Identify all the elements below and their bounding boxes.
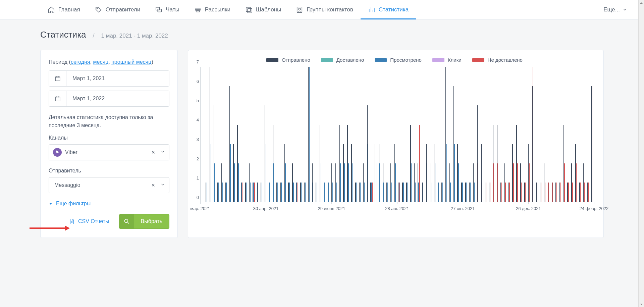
bar [533,67,533,202]
nav-contact-groups[interactable]: Группы контактов [288,0,361,19]
legend-item[interactable]: Просмотрено [375,57,421,63]
home-icon [48,6,55,13]
bar [262,183,262,202]
x-label: 30 апр. 2021 [253,206,279,211]
bar [222,183,223,202]
nav-home[interactable]: Главная [40,0,88,19]
nav-label: Главная [58,6,80,13]
channel-select[interactable]: Viber × [49,144,169,160]
bar [419,125,420,202]
bar [277,183,278,202]
chart-card: ОтправленоДоставленоПросмотреноКликиНе д… [188,50,604,238]
bar [289,183,290,202]
bar [462,183,463,202]
bar [207,183,207,202]
svg-rect-3 [246,7,251,11]
clear-icon[interactable]: × [149,149,157,156]
nav-templates[interactable]: Шаблоны [238,0,288,19]
bar [391,183,392,202]
x-label: 26 дек. 2021 [516,206,541,211]
bar [273,163,274,202]
bar [379,163,380,202]
chart-plot[interactable] [200,67,594,202]
nav-chats[interactable]: Чаты [148,0,186,19]
bar [446,144,447,202]
scroll-up-button[interactable] [639,0,644,6]
nav-label: Чаты [166,6,179,13]
sender-label: Отправитель [49,168,169,174]
bar [403,183,404,202]
bar [556,183,557,202]
clear-icon[interactable]: × [149,182,157,189]
file-icon [69,218,75,225]
bar [517,163,518,202]
bar [560,183,561,202]
legend-swatch [432,58,444,62]
nav-more-label: Еще... [603,6,620,13]
bar [501,183,502,202]
bar [423,183,423,202]
select-button-label: Выбрать [134,218,169,224]
chevron-down-icon [160,182,165,188]
bar [285,163,286,202]
top-nav: Главная Отправители Чаты Рассылки Шаблон… [0,0,644,19]
more-filters-toggle[interactable]: Еще фильтры [49,201,169,207]
bar [356,183,357,202]
y-tick: 5 [197,98,199,103]
date-from-field[interactable]: Март 1, 2021 [49,70,169,87]
period-lastmonth-link[interactable]: прошлый месяц [111,59,151,65]
breadcrumb-separator: / [93,32,95,39]
triangle-down-icon [49,202,53,206]
chevron-down-icon [623,7,627,12]
bar [250,183,251,202]
bar [529,163,530,202]
legend-item[interactable]: Не доставлено [472,57,523,63]
bar [336,183,337,202]
bar [411,163,412,202]
bar [454,144,455,202]
bar [415,183,416,202]
bar [387,183,388,202]
svg-rect-8 [55,97,60,101]
csv-reports-link[interactable]: CSV Отчеты [69,218,109,225]
nav-label: Рассылки [205,6,230,13]
inbox-icon [194,6,202,13]
bar [545,183,545,202]
bar [309,67,310,202]
bar [513,163,514,202]
bar [313,183,313,202]
filters-card: Период (сегодня, месяц, прошлый месяц) М… [40,50,178,238]
sender-select[interactable]: Messaggio × [49,177,169,193]
bar [344,163,345,202]
scrollbar[interactable] [638,0,644,248]
select-button[interactable]: Выбрать [119,214,169,229]
legend-item[interactable]: Клики [432,57,462,63]
bar [438,183,439,202]
y-tick: 2 [197,156,199,161]
bar [266,144,266,202]
chevron-down-icon [160,149,165,155]
bar [317,183,317,202]
viber-icon [53,148,62,157]
x-label: 27 окт. 2021 [451,206,475,211]
bar [552,183,553,202]
x-label: мар. 2021 [190,206,210,211]
search-icon [119,214,134,228]
bar [301,183,302,202]
nav-statistics[interactable]: Статистика [361,0,416,19]
x-label: 24 февр. 2022 [580,206,608,211]
bar [211,144,211,202]
legend-item[interactable]: Отправлено [266,57,310,63]
page-header: Статистика / 1 мар. 2021 - 1 мар. 2022 [40,30,604,40]
nav-senders[interactable]: Отправители [88,0,148,19]
legend-item[interactable]: Доставлено [321,57,364,63]
date-to-field[interactable]: Март 1, 2022 [49,91,169,107]
channels-label: Каналы [49,135,169,141]
y-axis: 01234567 [192,67,199,202]
bar [230,144,231,202]
period-today-link[interactable]: сегодня [71,59,90,65]
date-to-value: Март 1, 2022 [66,96,105,102]
nav-more[interactable]: Еще... [603,6,634,13]
period-month-link[interactable]: месяц [93,59,109,65]
nav-campaigns[interactable]: Рассылки [187,0,238,19]
